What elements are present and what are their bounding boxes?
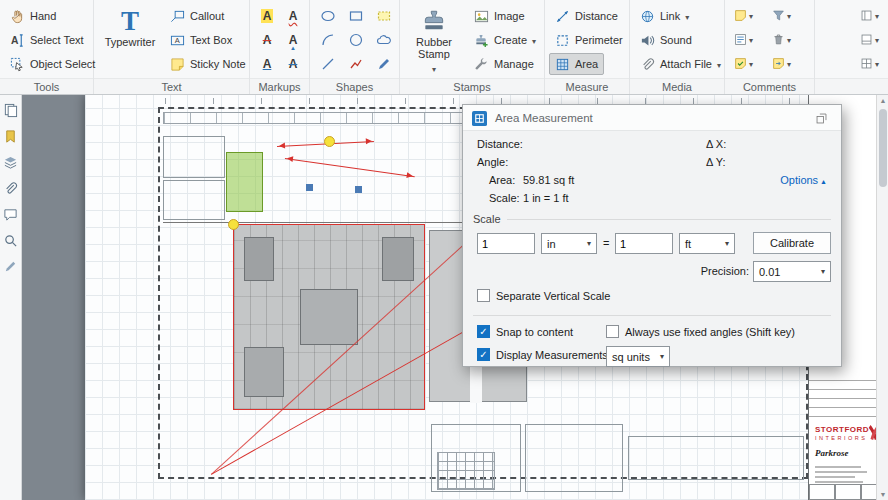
comments-panel-button[interactable] bbox=[3, 207, 19, 223]
manage-button[interactable]: Manage bbox=[468, 53, 540, 75]
vertex-marker[interactable] bbox=[228, 219, 239, 230]
circle-tool-button[interactable] bbox=[345, 30, 367, 50]
cloud-icon bbox=[376, 32, 392, 48]
sticky-note-label: Sticky Note bbox=[190, 58, 246, 70]
chevron-down-icon bbox=[532, 34, 536, 46]
delete-comment-button[interactable] bbox=[769, 29, 801, 49]
perimeter-button[interactable]: Perimeter bbox=[549, 29, 629, 51]
revision-table bbox=[809, 372, 886, 417]
search-panel-button[interactable] bbox=[3, 233, 19, 249]
pages-icon bbox=[3, 103, 18, 118]
calibrate-button[interactable]: Calibrate bbox=[753, 232, 831, 254]
scale-from-input[interactable] bbox=[477, 233, 535, 254]
scrollbar-thumb[interactable] bbox=[879, 109, 887, 187]
scale-from-unit-select[interactable]: in bbox=[541, 233, 597, 254]
polyline-tool-button[interactable] bbox=[345, 54, 367, 74]
strikeout-button[interactable]: A bbox=[256, 30, 278, 50]
typewriter-button[interactable]: T Typewriter bbox=[100, 3, 160, 75]
cloud-tool-button[interactable] bbox=[373, 30, 395, 50]
distance-field-label: Distance: bbox=[477, 138, 523, 150]
project-name: Parkrose bbox=[815, 448, 849, 458]
attach-file-button[interactable]: Attach File bbox=[634, 53, 727, 75]
area-button[interactable]: Area bbox=[549, 53, 604, 75]
ribbon-group-text: T Typewriter Callout A Text Box Sticky N… bbox=[94, 0, 250, 94]
callout-button[interactable]: Callout bbox=[164, 5, 230, 27]
comment-list-button[interactable] bbox=[731, 29, 763, 49]
rubber-stamp-button[interactable]: Rubber Stamp bbox=[404, 3, 464, 75]
distance-button[interactable]: Distance bbox=[549, 5, 624, 27]
ellipse-tool-button[interactable] bbox=[317, 6, 339, 26]
core-room bbox=[244, 347, 284, 397]
fixed-angles-label: Always use fixed angles (Shift key) bbox=[625, 326, 795, 338]
signature-panel-button[interactable] bbox=[3, 259, 19, 275]
bookmarks-panel-button[interactable] bbox=[3, 129, 19, 145]
comment-summary-button[interactable] bbox=[769, 53, 801, 73]
select-text-button[interactable]: A Select Text bbox=[4, 29, 90, 51]
note-check-icon bbox=[734, 57, 747, 70]
document-canvas[interactable]: STORTFORD INTERIORS Parkrose ▲ ▼ bbox=[22, 95, 888, 500]
pencil-tool-button[interactable] bbox=[373, 54, 395, 74]
create-button[interactable]: Create bbox=[468, 29, 542, 51]
vertical-scrollbar[interactable]: ▲ ▼ bbox=[876, 95, 888, 500]
link-button[interactable]: Link bbox=[634, 5, 695, 27]
precision-select[interactable]: 0.01 bbox=[753, 261, 831, 282]
chevron-down-icon bbox=[787, 57, 791, 69]
text-box-button[interactable]: A Text Box bbox=[164, 29, 238, 51]
scroll-up-arrow[interactable]: ▲ bbox=[877, 97, 888, 104]
comment-status-button[interactable] bbox=[731, 53, 763, 73]
company-name: STORTFORD bbox=[815, 425, 869, 434]
popout-icon[interactable] bbox=[815, 112, 828, 125]
thumbnails-panel-button[interactable] bbox=[3, 103, 19, 119]
scale-to-input[interactable] bbox=[615, 233, 673, 254]
underline-button[interactable]: A bbox=[256, 54, 278, 74]
new-comment-button[interactable] bbox=[731, 5, 763, 25]
image-button[interactable]: Image bbox=[468, 5, 531, 27]
attachments-panel-button[interactable] bbox=[3, 181, 19, 197]
options-link[interactable]: Options bbox=[780, 174, 827, 186]
object-select-icon bbox=[10, 57, 25, 72]
sticky-note-button[interactable]: Sticky Note bbox=[164, 53, 252, 75]
line-tool-button[interactable] bbox=[317, 54, 339, 74]
vertex-marker[interactable] bbox=[324, 136, 335, 147]
snap-to-content-checkbox[interactable] bbox=[477, 325, 490, 338]
insert-text-button[interactable]: A bbox=[282, 30, 304, 50]
scroll-down-arrow[interactable]: ▼ bbox=[877, 491, 888, 498]
filter-comments-button[interactable] bbox=[769, 5, 801, 25]
address-line bbox=[815, 471, 867, 473]
view-options-button[interactable] bbox=[857, 53, 885, 73]
replace-text-button[interactable]: A bbox=[282, 54, 304, 74]
display-measurements-checkbox[interactable] bbox=[477, 348, 490, 361]
precision-label: Precision: bbox=[663, 265, 749, 277]
replace-text-icon: A bbox=[289, 57, 298, 71]
svg-text:A: A bbox=[175, 36, 180, 45]
rectangle-tool-button[interactable] bbox=[345, 6, 367, 26]
green-highlight-markup[interactable] bbox=[226, 152, 263, 212]
squiggly-button[interactable]: A bbox=[282, 6, 304, 26]
chevron-down-icon bbox=[749, 57, 753, 69]
sound-label: Sound bbox=[660, 34, 692, 46]
units-select[interactable]: sq units bbox=[606, 346, 670, 367]
page-panel-toggle-button[interactable] bbox=[857, 5, 885, 25]
hand-button[interactable]: Hand bbox=[4, 5, 62, 27]
highlight-button[interactable]: A bbox=[256, 6, 278, 26]
sound-button[interactable]: Sound bbox=[634, 29, 698, 51]
address-line bbox=[815, 476, 855, 478]
measured-area-region[interactable] bbox=[233, 224, 425, 410]
dialog-titlebar[interactable]: Area Measurement bbox=[463, 105, 841, 131]
navigation-sidebar bbox=[0, 95, 22, 500]
snap-to-content-label: Snap to content bbox=[496, 326, 573, 338]
fixed-angles-checkbox[interactable] bbox=[606, 325, 619, 338]
plan-room bbox=[525, 424, 623, 492]
bottom-panel-toggle-button[interactable] bbox=[857, 29, 885, 49]
highlight-area-tool-button[interactable] bbox=[373, 6, 395, 26]
scale-to-unit-select[interactable]: ft bbox=[679, 233, 735, 254]
arc-tool-button[interactable] bbox=[317, 30, 339, 50]
layers-panel-button[interactable] bbox=[3, 155, 19, 171]
group-label-media: Media bbox=[630, 81, 724, 93]
ribbon-group-measure: Distance Perimeter Area Measure bbox=[545, 0, 630, 94]
ribbon-group-markups: A A A A A A Markups bbox=[250, 0, 310, 94]
separate-vertical-checkbox[interactable] bbox=[477, 289, 490, 302]
ribbon-group-tools: Hand A Select Text Object Select Tools bbox=[0, 0, 94, 94]
ribbon-group-media: Link Sound Attach File Media bbox=[630, 0, 725, 94]
object-select-button[interactable]: Object Select bbox=[4, 53, 101, 75]
